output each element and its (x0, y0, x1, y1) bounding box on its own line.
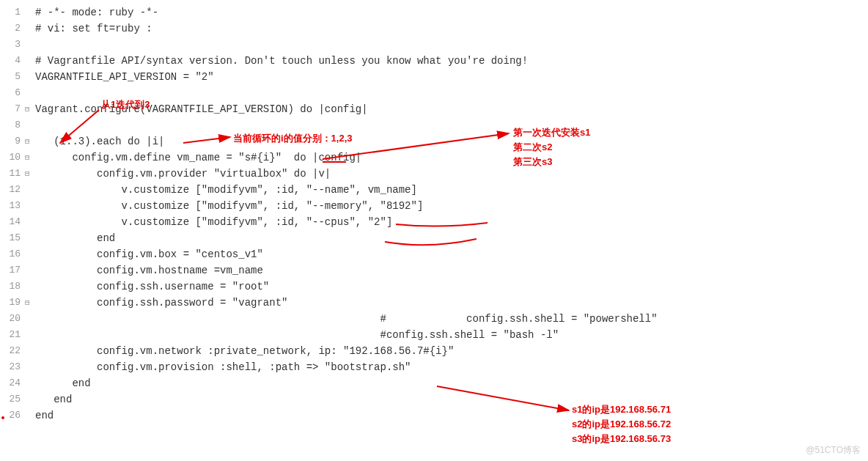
code-text: # vi: set ft=ruby : (35, 21, 868, 37)
line-number: 1 (0, 4, 25, 21)
annot-ip3: s3的ip是192.168.56.73 (572, 432, 671, 446)
annot-install1: 第一次迭代安装s1 (513, 126, 590, 139)
line-number: 8 (0, 117, 25, 133)
code-line: 11⊟ config.vm.provider "virtualbox" do |… (0, 166, 868, 182)
line-number: 15 (0, 230, 25, 246)
code-line: 5VAGRANTFILE_API_VERSION = "2" (0, 69, 868, 85)
code-text: Vagrant.configure(VAGRANTFILE_API_VERSIO… (35, 101, 868, 117)
line-number: 6 (0, 85, 25, 101)
code-text: end (35, 391, 868, 407)
line-number: 26 (0, 407, 25, 424)
line-number: 23 (0, 359, 25, 375)
code-line: 16 config.vm.box = "centos_v1" (0, 246, 868, 262)
line-number: 14 (0, 214, 25, 230)
code-text: config.vm.box = "centos_v1" (35, 246, 868, 262)
code-text: v.customize ["modifyvm", :id, "--memory"… (35, 198, 868, 214)
code-text: v.customize ["modifyvm", :id, "--name", … (35, 182, 868, 198)
code-text: end (35, 407, 868, 424)
code-text: v.customize ["modifyvm", :id, "--cpus", … (35, 214, 868, 230)
line-number: 9 (0, 133, 25, 150)
annot-ip2: s2的ip是192.168.56.72 (572, 418, 671, 431)
fold-marker: ⊟ (25, 166, 35, 182)
code-line: 20 # config.ssh.shell = "powershell" (0, 311, 868, 327)
line-number: 19 (0, 295, 25, 311)
code-line: 8 (0, 117, 868, 133)
line-number: 7 (0, 101, 25, 117)
code-line: 9⊟ (1..3).each do |i| (0, 133, 868, 150)
fold-marker: ⊟ (25, 150, 35, 166)
code-line: 17 config.vm.hostname =vm_name (0, 262, 868, 279)
code-text: config.vm.provider "virtualbox" do |v| (35, 166, 868, 182)
code-text: config.vm.network :private_network, ip: … (35, 343, 868, 359)
code-text: VAGRANTFILE_API_VERSION = "2" (35, 69, 868, 85)
code-text: # Vagrantfile API/syntax version. Don't … (35, 53, 868, 69)
code-line: 10⊟ config.vm.define vm_name = "s#{i}" d… (0, 150, 868, 166)
line-number: 21 (0, 327, 25, 343)
line-number: 16 (0, 246, 25, 262)
code-text: (1..3).each do |i| (35, 133, 868, 150)
line-number: 24 (0, 375, 25, 391)
code-line: 23 config.vm.provision :shell, :path => … (0, 359, 868, 375)
watermark: @51CTO博客 (806, 444, 861, 457)
code-text: #config.ssh.shell = "bash -l" (35, 327, 868, 343)
code-line: 3 (0, 37, 868, 53)
annot-install3: 第三次s3 (513, 155, 552, 169)
line-number: 3 (0, 37, 25, 53)
line-number: 10 (0, 150, 25, 166)
code-line: 15 end (0, 230, 868, 246)
code-line: 2# vi: set ft=ruby : (0, 21, 868, 37)
code-text: # -*- mode: ruby -*- (35, 4, 868, 21)
code-text: config.vm.provision :shell, :path => "bo… (35, 359, 868, 375)
line-number: 25 (0, 391, 25, 407)
code-line: 22 config.vm.network :private_network, i… (0, 343, 868, 359)
code-text: config.vm.hostname =vm_name (35, 262, 868, 279)
code-line: 18 config.ssh.username = "root" (0, 279, 868, 295)
code-line: 1# -*- mode: ruby -*- (0, 4, 868, 21)
code-line: 24 end (0, 375, 868, 391)
code-line: 12 v.customize ["modifyvm", :id, "--name… (0, 182, 868, 198)
line-number: 22 (0, 343, 25, 359)
line-number: 11 (0, 166, 25, 182)
line-number: 18 (0, 279, 25, 295)
code-text: config.ssh.password = "vagrant" (35, 295, 868, 311)
code-line: 13 v.customize ["modifyvm", :id, "--memo… (0, 198, 868, 214)
code-text: end (35, 230, 868, 246)
annot-iter: 从1迭代到3 (101, 98, 150, 111)
line-number: 17 (0, 262, 25, 279)
code-text: config.vm.define vm_name = "s#{i}" do |c… (35, 150, 868, 166)
annot-ip1: s1的ip是192.168.56.71 (572, 403, 671, 416)
code-line: 14 v.customize ["modifyvm", :id, "--cpus… (0, 214, 868, 230)
code-line: 4# Vagrantfile API/syntax version. Don't… (0, 53, 868, 69)
fold-marker: ⊟ (25, 295, 35, 311)
line-number: 4 (0, 53, 25, 69)
line-number: 12 (0, 182, 25, 198)
fold-marker: ⊟ (25, 133, 35, 150)
line-number: 20 (0, 311, 25, 327)
code-text: end (35, 375, 868, 391)
fold-marker: ⊟ (25, 101, 35, 117)
code-text: config.ssh.username = "root" (35, 279, 868, 295)
code-line: 19⊟ config.ssh.password = "vagrant" (0, 295, 868, 311)
line-number: 2 (0, 21, 25, 37)
annot-install2: 第二次s2 (513, 141, 552, 154)
code-line: 25 end (0, 391, 868, 407)
annot-loop: 当前循环的i的值分别：1,2,3 (233, 132, 353, 145)
code-line: 26end (0, 407, 868, 424)
code-block: 1# -*- mode: ruby -*-2# vi: set ft=ruby … (0, 0, 868, 424)
code-line: 21 #config.ssh.shell = "bash -l" (0, 327, 868, 343)
line-number: 13 (0, 198, 25, 214)
line-number: 5 (0, 69, 25, 85)
code-text: # config.ssh.shell = "powershell" (35, 311, 868, 327)
marker-dot (1, 416, 4, 419)
